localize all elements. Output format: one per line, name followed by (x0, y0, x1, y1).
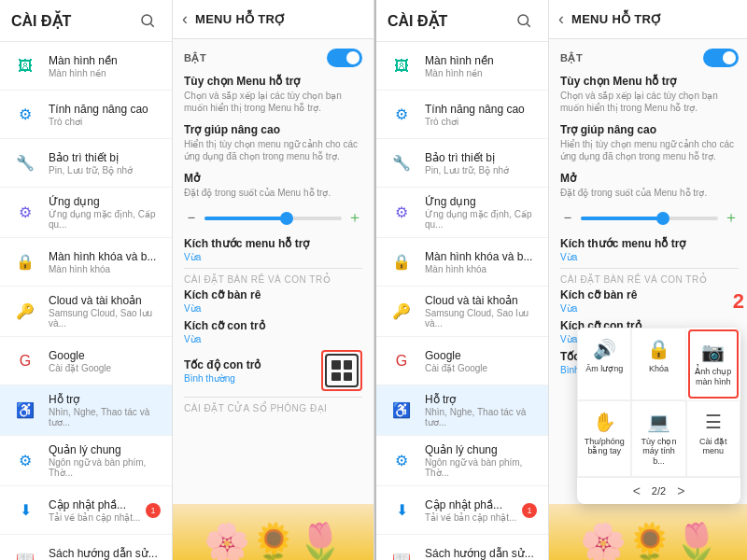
popup-item-3[interactable]: ✋ Thu/phóng bằng tay (577, 400, 631, 477)
settings-item-name: Màn hình khóa và b... (425, 250, 532, 263)
settings-item-0-4[interactable]: 🔒 Màn hình khóa và b... Màn hình khóa (0, 238, 172, 287)
settings-item-name: Ứng dụng (49, 195, 161, 208)
settings-item-desc: Ngôn ngữ và bàn phím, Thờ... (425, 457, 537, 478)
settings-item-name: Quản lý chung (49, 443, 161, 456)
right-back-button[interactable]: ‹ (558, 9, 564, 29)
settings-item-name: Cập nhật phầ... (49, 498, 140, 511)
settings-item-0-10[interactable]: 📖 Sách hướng dẫn sử... Sách hướng dẫn sử… (0, 535, 172, 560)
right-mo-desc: Đặt độ trong suốt của Menu hỗ trợ. (560, 187, 739, 199)
settings-item-icon: ⚙ (388, 447, 416, 475)
right-flower: 🌸🌻🌷 (580, 521, 720, 560)
settings-item-0-3[interactable]: ⚙ Ứng dụng Ứng dụng mặc định, Cấp qu... (0, 188, 172, 238)
settings-item-icon: ⬇ (388, 497, 416, 525)
left-flower: 🌸🌻🌷 (204, 521, 344, 560)
settings-item-1-9[interactable]: ⬇ Cập nhật phầ... Tải về bản cập nhật...… (376, 486, 548, 535)
settings-item-1-3[interactable]: ⚙ Ứng dụng Ứng dụng mặc định, Cấp qu... (376, 188, 548, 238)
left-slider-thumb (280, 212, 293, 225)
popup-prev-button[interactable]: < (633, 483, 641, 498)
settings-item-1-6[interactable]: G Google Cài đặt Google (376, 337, 548, 385)
popup-page-label: 2/2 (652, 485, 666, 497)
settings-item-0-6[interactable]: G Google Cài đặt Google (0, 337, 172, 385)
settings-item-1-2[interactable]: 🔧 Bảo trì thiết bị Pin, Lưu trữ, Bộ nhớ (376, 139, 548, 188)
left-settings-header: CÀI ĐẶT (0, 0, 172, 42)
right-search-button[interactable] (511, 7, 537, 34)
settings-item-desc: Ngôn ngữ và bàn phím, Thờ... (49, 457, 161, 478)
left-slider-plus[interactable]: ＋ (347, 208, 362, 228)
settings-item-name: Màn hình nền (425, 54, 494, 67)
settings-item-badge: 1 (522, 503, 537, 518)
popup-item-4[interactable]: 💻 Tùy chọn máy tính b... (631, 400, 685, 477)
left-search-button[interactable] (134, 7, 161, 34)
grid-dot-4 (344, 372, 353, 382)
right-kich-co-ban-re-value: Vừa (560, 303, 739, 314)
right-slider-minus[interactable]: － (560, 208, 575, 228)
left-grid-wrapper: 1 (321, 350, 362, 391)
right-mo-row: Mở Đặt độ trong suốt của Menu hỗ trợ. － … (560, 172, 739, 228)
right-menu-title: MENU HỖ TRỢ (571, 12, 663, 26)
settings-item-desc: Tải về bản cập nhật... (49, 512, 140, 523)
settings-item-icon: ⚙ (11, 447, 39, 475)
left-kich-co-con-tro-value: Vừa (184, 334, 362, 344)
left-kich-co-con-tro-title: Kích cỡ con trỏ (184, 319, 362, 332)
settings-item-0-2[interactable]: 🔧 Bảo trì thiết bị Pin, Lưu trữ, Bộ nhớ (0, 139, 172, 188)
popup-item-5[interactable]: ☰ Cài đặt menu (686, 400, 740, 477)
popup-item-0[interactable]: 🔊 Âm lượng (577, 328, 631, 400)
settings-item-desc: Cài đặt Google (49, 363, 111, 373)
left-tro-giup-desc: Hiển thị tùy chọn menu ngữ cảnh cho các … (184, 138, 362, 162)
settings-item-1-4[interactable]: 🔒 Màn hình khóa và b... Màn hình khóa (376, 238, 548, 287)
settings-item-1-0[interactable]: 🖼 Màn hình nền Màn hình nền (376, 42, 548, 91)
settings-item-0-8[interactable]: ⚙ Quản lý chung Ngôn ngữ và bàn phím, Th… (0, 436, 172, 486)
settings-item-1-1[interactable]: ⚙ Tính năng nâng cao Trò chơi (376, 91, 548, 139)
popup-next-button[interactable]: > (677, 483, 684, 498)
right-slider-plus[interactable]: ＋ (724, 208, 739, 228)
settings-item-1-7[interactable]: ♿ Hỗ trợ Nhìn, Nghe, Thao tác và tươ... (376, 385, 548, 436)
settings-item-icon: 🔑 (11, 298, 39, 326)
settings-item-0-0[interactable]: 🖼 Màn hình nền Màn hình nền (0, 42, 172, 91)
settings-item-0-9[interactable]: ⬇ Cập nhật phầ... Tải về bản cập nhật...… (0, 486, 172, 535)
settings-item-1-8[interactable]: ⚙ Quản lý chung Ngôn ngữ và bàn phím, Th… (376, 436, 548, 486)
left-slider-track[interactable] (204, 217, 342, 220)
left-menu-title: MENU HỖ TRỢ (195, 12, 287, 26)
right-tro-giup-title: Trợ giúp nâng cao (560, 123, 739, 136)
grid-dot-2 (344, 360, 353, 370)
settings-item-1-5[interactable]: 🔑 Cloud và tài khoản Samsung Cloud, Sao … (376, 287, 548, 337)
left-slider-minus[interactable]: － (184, 208, 199, 228)
settings-item-1-10[interactable]: 📖 Sách hướng dẫn sử... Sách hướng dẫn sử… (376, 535, 548, 560)
popup-item-1[interactable]: 🔒 Khóa (631, 328, 685, 400)
right-kich-thuoc-value: Vừa (560, 252, 739, 262)
popup-item-label-5: Cài đặt menu (691, 437, 736, 457)
settings-item-0-7[interactable]: ♿ Hỗ trợ Nhìn, Nghe, Thao tác và tươ... (0, 385, 172, 436)
popup-item-icon-2: 📷 (701, 341, 725, 363)
right-cai-dat-ban-re-label: CÀI ĐẶT BÀN RÊ VÀ CON TRỎ (560, 274, 739, 285)
popup-item-label-2: Ảnh chụp màn hình (694, 367, 733, 387)
settings-item-icon: 🔑 (388, 298, 416, 326)
settings-item-name: Google (425, 349, 487, 362)
left-mo-desc: Đặt độ trong suốt của Menu hỗ trợ. (184, 187, 362, 199)
right-slider-track[interactable] (581, 217, 718, 220)
settings-item-desc: Nhìn, Nghe, Thao tác và tươ... (425, 407, 537, 427)
left-back-button[interactable]: ‹ (182, 9, 188, 29)
settings-item-desc: Ứng dụng mặc định, Cấp qu... (49, 209, 161, 230)
settings-item-icon: 🖼 (11, 52, 39, 80)
settings-item-0-5[interactable]: 🔑 Cloud và tài khoản Samsung Cloud, Sao … (0, 287, 172, 337)
svg-point-0 (142, 15, 152, 25)
right-toggle[interactable] (703, 49, 739, 67)
left-bat-row: BẬT (184, 49, 362, 67)
popup-item-2[interactable]: 📷 Ảnh chụp màn hình (688, 329, 739, 399)
left-tuy-chon-desc: Chọn và sắp xếp lại các tùy chọn bạn muố… (184, 90, 362, 114)
popup-item-label-3: Thu/phóng bằng tay (582, 437, 627, 457)
left-toggle[interactable] (327, 49, 362, 67)
left-grid-icon[interactable] (325, 354, 359, 387)
left-toc-do-value: Bình thường (184, 373, 261, 384)
right-slider-fill (581, 217, 663, 220)
svg-line-1 (150, 23, 153, 26)
right-settings-list: 🖼 Màn hình nền Màn hình nền ⚙ Tính năng … (376, 42, 548, 560)
right-marker-2: 2 (733, 289, 744, 314)
left-mo-row: Mở Đặt độ trong suốt của Menu hỗ trợ. － … (184, 172, 362, 228)
left-cai-dat-ban-re-label: CÀI ĐẶT BÀN RÊ VÀ CON TRỎ (184, 274, 362, 285)
right-mo-title: Mở (560, 172, 739, 185)
settings-item-name: Tính năng nâng cao (49, 103, 148, 116)
settings-item-0-1[interactable]: ⚙ Tính năng nâng cao Trò chơi (0, 91, 172, 139)
right-settings-title: CÀI ĐẶT (388, 12, 447, 30)
popup-item-icon-5: ☰ (705, 411, 722, 433)
